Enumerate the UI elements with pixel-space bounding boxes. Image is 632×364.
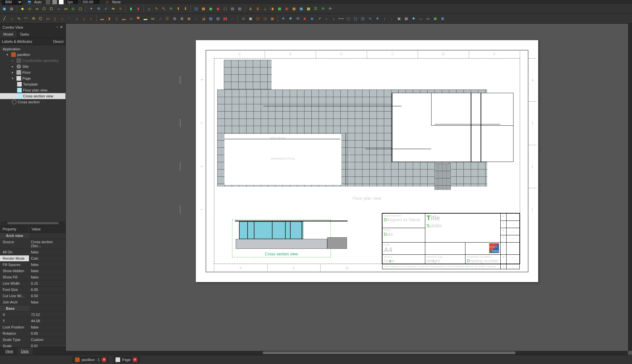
prop-fillspaces-v[interactable]: false (29, 262, 66, 268)
tool-g4[interactable]: ▦ (284, 6, 290, 12)
bim-a-icon[interactable]: ⬭ (240, 16, 246, 22)
bim-truss-icon[interactable]: ⊠ (179, 16, 185, 22)
bim-open-icon[interactable]: ▬ (143, 16, 148, 22)
mod-red-icon[interactable]: ◉ (302, 16, 308, 22)
tool-e1[interactable]: ⎌ (146, 6, 152, 12)
mod-arr2-icon[interactable]: ↔ (324, 16, 329, 22)
draw-rect-icon[interactable]: ▭ (45, 16, 51, 22)
header-desc[interactable]: Descri (51, 38, 66, 45)
icon-b4[interactable]: ⬠ (41, 6, 47, 12)
prop-scale-n[interactable]: Scale (0, 343, 29, 347)
tool-d2[interactable]: ▮ (135, 6, 141, 12)
auto-icon[interactable]: ⬒ (26, 0, 32, 5)
tree-cross-section[interactable]: Cross section (0, 99, 66, 105)
prop-scaletype-v[interactable]: Custom (29, 337, 66, 343)
tree-floor[interactable]: ▸Floor (0, 69, 66, 75)
tool-f2[interactable]: ▦ (200, 6, 206, 12)
bim-wall-icon[interactable]: ▬ (99, 16, 105, 22)
prop-x-v[interactable]: 72.52 (29, 312, 66, 318)
prop-y-n[interactable]: Y (0, 318, 29, 324)
tree-cross-section-view[interactable]: Cross section view (0, 93, 66, 99)
tree-scrollbar[interactable] (1, 221, 65, 225)
prop-allon-v[interactable]: false (29, 249, 66, 255)
draw-shape-icon[interactable]: ⬡ (38, 16, 43, 22)
tab-view[interactable]: View (1, 348, 17, 355)
draw-pt-icon[interactable]: ∴ (66, 16, 72, 22)
prop-showhidden-v[interactable]: false (29, 268, 66, 274)
tree-page[interactable]: ▾Page (0, 75, 66, 81)
prop-source-v[interactable]: Cross section (Sec... (29, 239, 66, 249)
mod-chart-icon[interactable]: ∿ (367, 16, 373, 22)
tool-e5[interactable]: ⬆ (175, 6, 181, 12)
bim-op3-icon[interactable]: ⟋ (157, 16, 163, 22)
tree-doc[interactable]: ▾pavillion (0, 52, 66, 58)
tool-c1[interactable]: ✦ (88, 6, 94, 12)
tool-g5[interactable]: ▦ (291, 6, 297, 12)
doc-tab-page[interactable]: Page ✕ (113, 356, 140, 363)
bim-slab-icon[interactable]: ▬ (121, 16, 127, 22)
close-tab-icon[interactable]: ✕ (102, 357, 106, 362)
prop-group-archview[interactable]: Arch view (0, 233, 29, 239)
title-block[interactable]: DESIGNED BY: DDesigned by Nameesigned by… (382, 213, 520, 264)
icon-b1[interactable]: ◆ (19, 6, 25, 12)
mod-arr1-icon[interactable]: ↗ (316, 16, 322, 22)
doc-tab-pavillion[interactable]: pavillion : 1 ✕ (72, 356, 109, 363)
icon-a1[interactable]: ▣ (1, 6, 7, 12)
prop-rotation-v[interactable]: 0.00 (29, 330, 66, 336)
none-icon[interactable]: ⊘ (104, 0, 110, 5)
tool-e4[interactable]: ⟳ (168, 6, 174, 12)
bim-b-icon[interactable]: ▣ (248, 16, 253, 22)
close-tab-page-icon[interactable]: ✕ (133, 357, 137, 362)
prop-showfill-n[interactable]: Show Fill (0, 274, 29, 280)
mod-arr4-icon[interactable]: ⟷ (338, 16, 344, 22)
header-labels[interactable]: Labels & Attributes (0, 38, 51, 45)
bim-ref-icon[interactable]: ▤ (215, 16, 221, 22)
prop-source-n[interactable]: Source (0, 239, 29, 249)
tool-c2[interactable]: ⟲ (95, 6, 101, 12)
draw-arc2-icon[interactable]: ⟲ (30, 16, 36, 22)
mod-arr3-icon[interactable]: ↕ (331, 16, 337, 22)
prop-fillspaces-n[interactable]: Fill Spaces (0, 262, 29, 268)
prop-allon-n[interactable]: All On (0, 249, 29, 255)
mod-sq3-icon[interactable]: ◫ (360, 16, 366, 22)
prop-showhidden-n[interactable]: Show Hidden (0, 268, 29, 274)
mod-arr6-icon[interactable]: ↓ (389, 16, 395, 22)
tab-tasks[interactable]: Tasks (16, 31, 32, 38)
prop-cutline-v[interactable]: 0.50 (29, 293, 66, 299)
canvas-scrollbar-h[interactable] (66, 351, 628, 355)
draw-poly-icon[interactable]: ⟋ (9, 16, 14, 22)
tool-f6[interactable]: ▤ (229, 6, 235, 12)
mod-cross-icon[interactable]: ✛ (280, 16, 286, 22)
bim-open2-icon[interactable]: ▭ (150, 16, 156, 22)
tool-g1[interactable]: ⟂ (262, 6, 268, 12)
bim-bar-icon[interactable]: ▮▮ (222, 16, 228, 22)
icon-b9[interactable]: ▢ (77, 6, 83, 12)
mod-sq1-icon[interactable]: ▢ (345, 16, 351, 22)
text-s-icon[interactable]: S (255, 6, 261, 12)
tool-e3[interactable]: ⛏ (161, 6, 167, 12)
bim-slab2-icon[interactable]: ▀ (135, 16, 141, 22)
mod-rot-icon[interactable]: ⟲ (295, 16, 301, 22)
draw-arch2-icon[interactable]: ⌂ (81, 16, 87, 22)
prop-scaletype-n[interactable]: Scale Type (0, 337, 29, 343)
icon-b3[interactable]: ▱ (34, 6, 40, 12)
prop-header-property[interactable]: Property (0, 226, 29, 232)
prop-header-value[interactable]: Value (29, 226, 43, 232)
draw-circ-icon[interactable]: ○ (59, 16, 65, 22)
draw-arch1-icon[interactable]: ⌂ (74, 16, 80, 22)
prop-cutline-n[interactable]: Cut Line Wi... (0, 293, 29, 299)
prop-linewidth-v[interactable]: 0.15 (29, 280, 66, 286)
prop-fontsize-n[interactable]: Font Size (0, 287, 29, 293)
prop-rotation-n[interactable]: Rotation (0, 330, 29, 336)
scale-input[interactable] (81, 0, 100, 5)
floor-plan-view[interactable]: SWIMMING POOL 2000.00 cm 900.00 cm Floor… (217, 60, 517, 195)
bim-cut-icon[interactable]: ⟐ (193, 16, 199, 22)
mod-sq2-icon[interactable]: ▢ (353, 16, 358, 22)
prop-scale-v[interactable]: 0.01 (29, 343, 66, 347)
mod-minus-icon[interactable]: — (418, 16, 424, 22)
tab-model[interactable]: Model (0, 31, 16, 38)
cross-section-view[interactable]: Cross section view (232, 220, 331, 257)
prop-lockpos-v[interactable]: false (29, 324, 66, 330)
bim-c-icon[interactable]: ◳ (255, 16, 261, 22)
tool-f3[interactable]: ▣ (208, 6, 214, 12)
